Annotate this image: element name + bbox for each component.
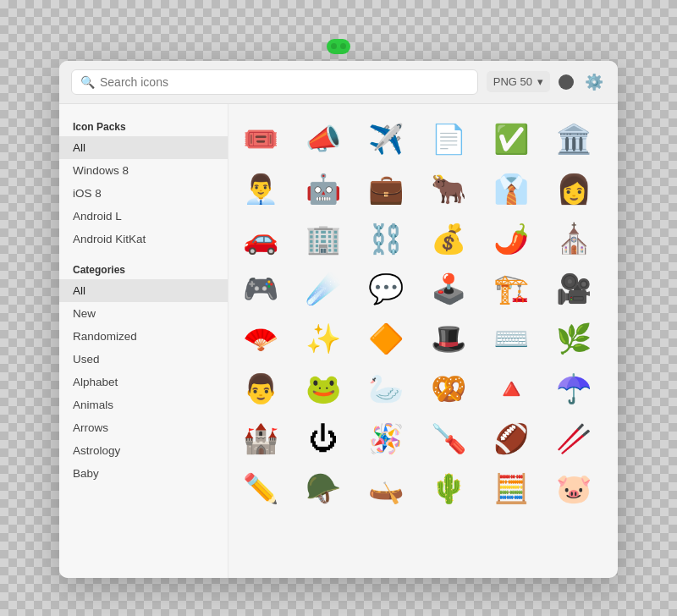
icon-cell-45[interactable]: 🌵 xyxy=(425,465,471,512)
icon-cell-25[interactable]: ✨ xyxy=(300,316,346,362)
search-bar: 🔍 PNG 50 ▾ ⚙️ xyxy=(59,61,618,104)
sidebar-category-used[interactable]: Used xyxy=(59,348,228,371)
icon-cell-43[interactable]: 🪖 xyxy=(300,465,346,512)
icon-cell-47[interactable]: 🐷 xyxy=(550,465,597,512)
icon-cell-0[interactable]: 🎟️ xyxy=(237,116,283,162)
sidebar-pack-android-l[interactable]: Android L xyxy=(59,205,228,228)
icon-cell-34[interactable]: 🔺 xyxy=(487,366,534,412)
packs-list: AllWindows 8iOS 8Android LAndroid KitKat xyxy=(59,136,228,250)
categories-list: AllNewRandomizedUsedAlphabetAnimalsArrow… xyxy=(59,279,228,485)
icon-cell-8[interactable]: 💼 xyxy=(362,166,409,212)
search-input-wrapper[interactable]: 🔍 xyxy=(71,69,478,95)
sidebar-category-arrows[interactable]: Arrows xyxy=(59,416,228,439)
icon-cell-17[interactable]: ⛪ xyxy=(550,216,597,262)
icon-cell-6[interactable]: 👨‍💼 xyxy=(237,166,283,212)
settings-button[interactable]: ⚙️ xyxy=(582,70,606,94)
main-content: Icon Packs AllWindows 8iOS 8Android LAnd… xyxy=(59,104,618,578)
icon-cell-19[interactable]: ☄️ xyxy=(300,266,346,312)
sidebar: Icon Packs AllWindows 8iOS 8Android LAnd… xyxy=(59,104,228,578)
icon-cell-44[interactable]: 🛶 xyxy=(362,465,409,512)
icon-cell-40[interactable]: 🏈 xyxy=(487,415,534,462)
search-icon: 🔍 xyxy=(80,75,95,89)
icon-cell-18[interactable]: 🎮 xyxy=(237,266,283,312)
icon-cell-20[interactable]: 💬 xyxy=(362,266,409,312)
icon-cell-39[interactable]: 🪛 xyxy=(425,415,471,462)
icon-cell-7[interactable]: 🤖 xyxy=(300,166,346,212)
packs-section-label: Icon Packs xyxy=(59,116,228,136)
icon-cell-31[interactable]: 🐸 xyxy=(300,366,346,412)
icon-cell-4[interactable]: ✅ xyxy=(487,116,534,162)
icon-cell-37[interactable]: ⏻ xyxy=(300,415,346,462)
icon-cell-21[interactable]: 🕹️ xyxy=(425,266,471,312)
icon-cell-27[interactable]: 🎩 xyxy=(425,316,471,362)
icon-cell-3[interactable]: 📄 xyxy=(425,116,471,162)
main-panel: 🔍 PNG 50 ▾ ⚙️ Icon Packs AllWindows 8iOS… xyxy=(59,61,618,578)
sidebar-pack-all[interactable]: All xyxy=(59,136,228,159)
top-app-icon xyxy=(327,39,350,54)
sidebar-category-alphabet[interactable]: Alphabet xyxy=(59,371,228,393)
color-dot[interactable] xyxy=(559,74,574,90)
sidebar-category-randomized[interactable]: Randomized xyxy=(59,325,228,348)
icon-cell-22[interactable]: 🏗️ xyxy=(487,266,534,312)
icon-cell-36[interactable]: 🏰 xyxy=(237,415,283,462)
icon-cell-29[interactable]: 🌿 xyxy=(550,316,597,362)
icon-cell-33[interactable]: 🥨 xyxy=(425,366,471,412)
sidebar-category-all[interactable]: All xyxy=(59,279,228,302)
icons-grid: 🎟️📣✈️📄✅🏛️👨‍💼🤖💼🐂👔👩🚗🏢⛓️💰🌶️⛪🎮☄️💬🕹️🏗️🎥🪭✨🔶🎩⌨️… xyxy=(228,104,618,578)
icon-cell-46[interactable]: 🧮 xyxy=(487,465,534,512)
icon-cell-24[interactable]: 🪭 xyxy=(237,316,283,362)
icon-cell-15[interactable]: 💰 xyxy=(425,216,471,262)
sidebar-category-baby[interactable]: Baby xyxy=(59,462,228,485)
format-arrow: ▾ xyxy=(537,75,543,88)
icon-cell-11[interactable]: 👩 xyxy=(550,166,597,212)
sidebar-pack-ios8[interactable]: iOS 8 xyxy=(59,182,228,205)
app-container: 🔍 PNG 50 ▾ ⚙️ Icon Packs AllWindows 8iOS… xyxy=(59,39,618,578)
icon-cell-23[interactable]: 🎥 xyxy=(550,266,597,312)
icon-cell-41[interactable]: 🥢 xyxy=(550,415,597,462)
icon-cell-16[interactable]: 🌶️ xyxy=(487,216,534,262)
icon-cell-9[interactable]: 🐂 xyxy=(425,166,471,212)
icon-cell-14[interactable]: ⛓️ xyxy=(362,216,409,262)
icon-cell-26[interactable]: 🔶 xyxy=(362,316,409,362)
icon-cell-2[interactable]: ✈️ xyxy=(362,116,409,162)
icon-cell-30[interactable]: 👨 xyxy=(237,366,283,412)
sidebar-category-astrology[interactable]: Astrology xyxy=(59,439,228,462)
sidebar-pack-android-kk[interactable]: Android KitKat xyxy=(59,228,228,250)
format-selector[interactable]: PNG 50 ▾ xyxy=(487,71,550,92)
icon-cell-35[interactable]: ☂️ xyxy=(550,366,597,412)
categories-section-label: Categories xyxy=(59,259,228,279)
icon-cell-28[interactable]: ⌨️ xyxy=(487,316,534,362)
icon-cell-13[interactable]: 🏢 xyxy=(300,216,346,262)
sidebar-category-new[interactable]: New xyxy=(59,302,228,325)
icon-cell-5[interactable]: 🏛️ xyxy=(550,116,597,162)
sidebar-pack-win8[interactable]: Windows 8 xyxy=(59,159,228,182)
format-label: PNG 50 xyxy=(493,75,532,88)
icon-cell-42[interactable]: ✏️ xyxy=(237,465,283,512)
icon-cell-38[interactable]: 🪅 xyxy=(362,415,409,462)
icon-cell-32[interactable]: 🦢 xyxy=(362,366,409,412)
search-input[interactable] xyxy=(100,75,469,89)
icon-cell-1[interactable]: 📣 xyxy=(300,116,346,162)
icon-cell-12[interactable]: 🚗 xyxy=(237,216,283,262)
sidebar-category-animals[interactable]: Animals xyxy=(59,393,228,416)
icon-cell-10[interactable]: 👔 xyxy=(487,166,534,212)
